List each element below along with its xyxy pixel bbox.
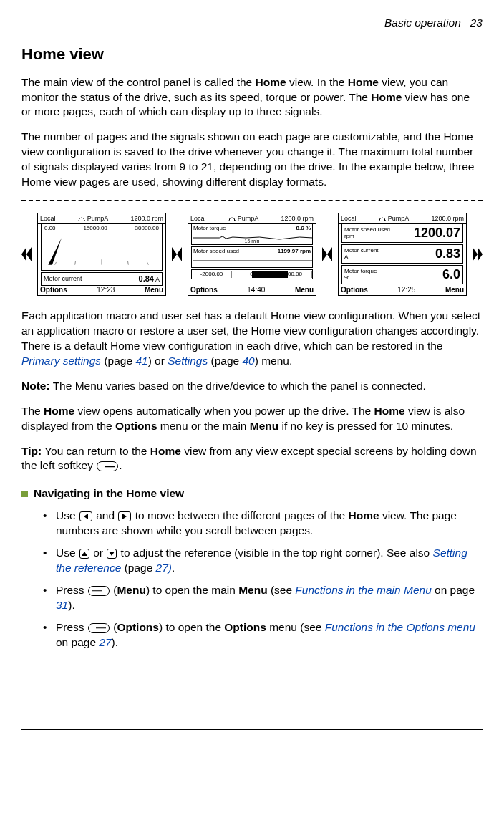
figures: Local PumpA 1200.0 rpm 0.00 15000.00 300… [21, 200, 483, 299]
svg-line-6 [127, 261, 128, 265]
home-screen-2: Local PumpA 1200.0 rpm Motor torque 8.6 … [188, 213, 316, 296]
para2: The number of pages and the signals show… [21, 130, 483, 190]
svg-line-7 [147, 262, 148, 265]
note: Note: The Menu varies based on the drive… [21, 379, 483, 394]
page-header: Basic operation 23 [21, 16, 483, 31]
svg-marker-1 [26, 247, 32, 261]
link-page-40[interactable]: 40 [242, 355, 254, 367]
bullet-1: Use and to move between the different pa… [43, 509, 483, 539]
bullet-4: Press (Options) to open the Options menu… [43, 620, 483, 650]
svg-line-3 [55, 262, 57, 265]
para4: The Home view opens automatically when y… [21, 404, 483, 434]
svg-marker-12 [327, 247, 332, 261]
svg-marker-11 [322, 247, 327, 261]
footer-rule [21, 729, 483, 730]
svg-marker-15 [478, 247, 483, 261]
link-functions-main-menu[interactable]: Functions in the main Menu [295, 584, 431, 596]
up-arrow-key-icon [79, 549, 89, 559]
right-arrow-key-icon [118, 511, 131, 521]
link-page-27a[interactable]: 27) [156, 562, 172, 574]
subheading: Navigating in the Home view [21, 486, 483, 501]
svg-marker-0 [21, 247, 26, 261]
left-arrow-key-icon [79, 511, 92, 521]
bullet-2: Use or to adjust the reference (visible … [43, 546, 483, 576]
link-primary-settings[interactable]: Primary settings [21, 355, 101, 367]
nav-arrow-first [21, 247, 32, 261]
header-page: 23 [470, 16, 483, 29]
para3: Each application macro and user set has … [21, 309, 483, 369]
link-page-31[interactable]: 31 [56, 599, 68, 611]
tip: Tip: You can return to the Home view fro… [21, 444, 483, 474]
link-settings[interactable]: Settings [168, 355, 208, 367]
nav-arrow-sep-1 [172, 247, 182, 261]
square-bullet-icon [21, 491, 28, 497]
bullet-list: Use and to move between the different pa… [21, 509, 483, 650]
left-softkey-icon-2 [88, 623, 110, 633]
left-softkey-icon [97, 461, 118, 471]
link-page-27b[interactable]: 27 [99, 636, 111, 648]
home-screen-1: Local PumpA 1200.0 rpm 0.00 15000.00 300… [37, 213, 166, 296]
figures-row: Local PumpA 1200.0 rpm 0.00 15000.00 300… [21, 210, 483, 299]
svg-line-4 [75, 261, 76, 265]
home-screen-3: Local PumpA 1200.0 rpm Motor speed usedr… [338, 213, 467, 296]
header-section: Basic operation [384, 16, 461, 29]
bullet-3: Press (Menu) to open the main Menu (see … [43, 583, 483, 613]
svg-marker-8 [172, 247, 177, 261]
link-functions-options-menu[interactable]: Functions in the Options menu [325, 621, 475, 633]
svg-marker-14 [472, 247, 478, 261]
svg-marker-9 [177, 247, 182, 261]
para1: The main view of the control panel is ca… [21, 75, 483, 120]
nav-arrow-sep-2 [322, 247, 332, 261]
page-title: Home view [21, 44, 483, 65]
nav-arrow-last [472, 247, 483, 261]
right-softkey-icon [88, 586, 110, 596]
dashed-border-top [21, 200, 483, 201]
down-arrow-key-icon [107, 549, 117, 559]
link-page-41[interactable]: 41 [135, 355, 147, 367]
